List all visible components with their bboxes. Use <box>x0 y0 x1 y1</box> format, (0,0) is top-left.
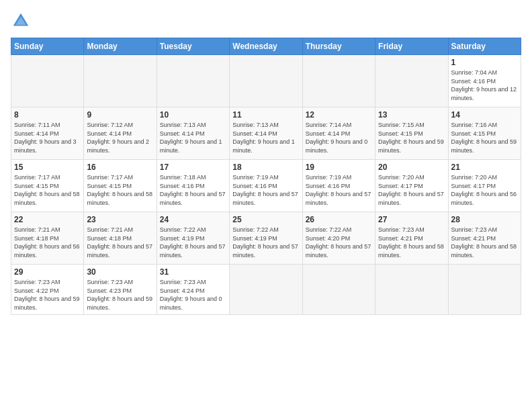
empty-cell <box>230 265 302 315</box>
day-number: 17 <box>160 163 226 172</box>
day-info: Sunrise: 7:22 AMSunset: 4:19 PMDaylight:… <box>160 226 226 259</box>
empty-cell <box>157 55 229 107</box>
day-info: Sunrise: 7:17 AMSunset: 4:15 PMDaylight:… <box>87 174 152 206</box>
empty-cell <box>375 55 448 107</box>
day-info: Sunrise: 7:20 AMSunset: 4:17 PMDaylight:… <box>451 174 517 206</box>
day-number: 29 <box>14 267 81 277</box>
table-row: 17Sunrise: 7:18 AMSunset: 4:16 PMDayligh… <box>157 160 229 212</box>
day-number: 30 <box>87 267 153 277</box>
calendar-table: SundayMondayTuesdayWednesdayThursdayFrid… <box>11 38 521 315</box>
day-number: 19 <box>306 163 372 172</box>
calendar-week-4: 22Sunrise: 7:21 AMSunset: 4:18 PMDayligh… <box>11 212 521 265</box>
table-row: 23Sunrise: 7:21 AMSunset: 4:18 PMDayligh… <box>84 212 157 265</box>
table-row: 26Sunrise: 7:22 AMSunset: 4:20 PMDayligh… <box>302 212 375 265</box>
header-cell-saturday: Saturday <box>448 38 521 55</box>
calendar-week-2: 8Sunrise: 7:11 AMSunset: 4:14 PMDaylight… <box>11 107 521 160</box>
logo <box>11 11 34 31</box>
day-number: 27 <box>378 215 445 224</box>
header-cell-friday: Friday <box>375 38 448 55</box>
day-info: Sunrise: 7:23 AMSunset: 4:22 PMDaylight:… <box>14 279 80 311</box>
day-number: 10 <box>160 110 226 120</box>
day-info: Sunrise: 7:22 AMSunset: 4:19 PMDaylight:… <box>232 226 298 259</box>
day-info: Sunrise: 7:22 AMSunset: 4:20 PMDaylight:… <box>306 226 371 259</box>
day-info: Sunrise: 7:04 AMSunset: 4:16 PMDaylight:… <box>451 69 517 101</box>
calendar-week-5: 29Sunrise: 7:23 AMSunset: 4:22 PMDayligh… <box>11 265 521 315</box>
day-info: Sunrise: 7:18 AMSunset: 4:16 PMDaylight:… <box>160 174 226 206</box>
day-number: 1 <box>451 58 518 67</box>
day-info: Sunrise: 7:12 AMSunset: 4:14 PMDaylight:… <box>87 122 149 154</box>
empty-cell <box>302 55 375 107</box>
header-cell-sunday: Sunday <box>11 38 84 55</box>
day-number: 8 <box>14 110 81 120</box>
table-row: 18Sunrise: 7:19 AMSunset: 4:16 PMDayligh… <box>230 160 302 212</box>
day-number: 11 <box>232 110 299 120</box>
day-number: 22 <box>14 215 81 224</box>
day-info: Sunrise: 7:13 AMSunset: 4:14 PMDaylight:… <box>160 122 222 154</box>
day-number: 21 <box>451 163 518 172</box>
day-number: 18 <box>232 163 299 172</box>
table-row: 27Sunrise: 7:23 AMSunset: 4:21 PMDayligh… <box>375 212 448 265</box>
table-row: 1Sunrise: 7:04 AMSunset: 4:16 PMDaylight… <box>448 55 521 107</box>
table-row: 16Sunrise: 7:17 AMSunset: 4:15 PMDayligh… <box>84 160 157 212</box>
day-number: 14 <box>451 110 518 120</box>
day-info: Sunrise: 7:15 AMSunset: 4:15 PMDaylight:… <box>378 122 444 154</box>
empty-cell <box>230 55 302 107</box>
table-row: 21Sunrise: 7:20 AMSunset: 4:17 PMDayligh… <box>448 160 521 212</box>
header-cell-wednesday: Wednesday <box>230 38 302 55</box>
day-number: 15 <box>14 163 81 172</box>
day-number: 16 <box>87 163 153 172</box>
table-row: 24Sunrise: 7:22 AMSunset: 4:19 PMDayligh… <box>157 212 229 265</box>
day-info: Sunrise: 7:19 AMSunset: 4:16 PMDaylight:… <box>306 174 371 206</box>
day-info: Sunrise: 7:20 AMSunset: 4:17 PMDaylight:… <box>378 174 444 206</box>
day-info: Sunrise: 7:23 AMSunset: 4:24 PMDaylight:… <box>160 279 222 311</box>
day-number: 25 <box>232 215 299 224</box>
calendar-week-3: 15Sunrise: 7:17 AMSunset: 4:15 PMDayligh… <box>11 160 521 212</box>
table-row: 13Sunrise: 7:15 AMSunset: 4:15 PMDayligh… <box>375 107 448 160</box>
day-number: 28 <box>451 215 518 224</box>
day-info: Sunrise: 7:23 AMSunset: 4:21 PMDaylight:… <box>451 226 517 259</box>
empty-cell <box>302 265 375 315</box>
empty-cell <box>375 265 448 315</box>
table-row: 9Sunrise: 7:12 AMSunset: 4:14 PMDaylight… <box>84 107 157 160</box>
day-number: 20 <box>378 163 445 172</box>
day-number: 31 <box>160 267 226 277</box>
day-info: Sunrise: 7:19 AMSunset: 4:16 PMDaylight:… <box>232 174 298 206</box>
table-row: 28Sunrise: 7:23 AMSunset: 4:21 PMDayligh… <box>448 212 521 265</box>
header-row: SundayMondayTuesdayWednesdayThursdayFrid… <box>11 38 521 55</box>
empty-cell <box>84 55 157 107</box>
table-row: 15Sunrise: 7:17 AMSunset: 4:15 PMDayligh… <box>11 160 84 212</box>
logo-icon <box>11 11 31 31</box>
day-number: 13 <box>378 110 445 120</box>
table-row: 30Sunrise: 7:23 AMSunset: 4:23 PMDayligh… <box>84 265 157 315</box>
table-row: 12Sunrise: 7:14 AMSunset: 4:14 PMDayligh… <box>302 107 375 160</box>
day-number: 24 <box>160 215 226 224</box>
day-number: 23 <box>87 215 153 224</box>
table-row: 25Sunrise: 7:22 AMSunset: 4:19 PMDayligh… <box>230 212 302 265</box>
table-row: 20Sunrise: 7:20 AMSunset: 4:17 PMDayligh… <box>375 160 448 212</box>
table-row: 29Sunrise: 7:23 AMSunset: 4:22 PMDayligh… <box>11 265 84 315</box>
day-info: Sunrise: 7:11 AMSunset: 4:14 PMDaylight:… <box>14 122 77 154</box>
day-number: 12 <box>306 110 372 120</box>
day-info: Sunrise: 7:16 AMSunset: 4:15 PMDaylight:… <box>451 122 517 154</box>
main-container: SundayMondayTuesdayWednesdayThursdayFrid… <box>0 0 532 322</box>
table-row: 31Sunrise: 7:23 AMSunset: 4:24 PMDayligh… <box>157 265 229 315</box>
header-cell-tuesday: Tuesday <box>157 38 229 55</box>
day-info: Sunrise: 7:17 AMSunset: 4:15 PMDaylight:… <box>14 174 80 206</box>
empty-cell <box>11 55 84 107</box>
day-info: Sunrise: 7:13 AMSunset: 4:14 PMDaylight:… <box>232 122 295 154</box>
table-row: 10Sunrise: 7:13 AMSunset: 4:14 PMDayligh… <box>157 107 229 160</box>
page-header <box>11 11 521 31</box>
day-number: 9 <box>87 110 153 120</box>
day-number: 26 <box>306 215 372 224</box>
header-cell-monday: Monday <box>84 38 157 55</box>
day-info: Sunrise: 7:23 AMSunset: 4:21 PMDaylight:… <box>378 226 444 259</box>
calendar-week-1: 1Sunrise: 7:04 AMSunset: 4:16 PMDaylight… <box>11 55 521 107</box>
table-row: 11Sunrise: 7:13 AMSunset: 4:14 PMDayligh… <box>230 107 302 160</box>
header-cell-thursday: Thursday <box>302 38 375 55</box>
table-row: 14Sunrise: 7:16 AMSunset: 4:15 PMDayligh… <box>448 107 521 160</box>
day-info: Sunrise: 7:21 AMSunset: 4:18 PMDaylight:… <box>14 226 80 259</box>
day-info: Sunrise: 7:14 AMSunset: 4:14 PMDaylight:… <box>306 122 368 154</box>
table-row: 22Sunrise: 7:21 AMSunset: 4:18 PMDayligh… <box>11 212 84 265</box>
day-info: Sunrise: 7:23 AMSunset: 4:23 PMDaylight:… <box>87 279 152 311</box>
day-info: Sunrise: 7:21 AMSunset: 4:18 PMDaylight:… <box>87 226 152 259</box>
